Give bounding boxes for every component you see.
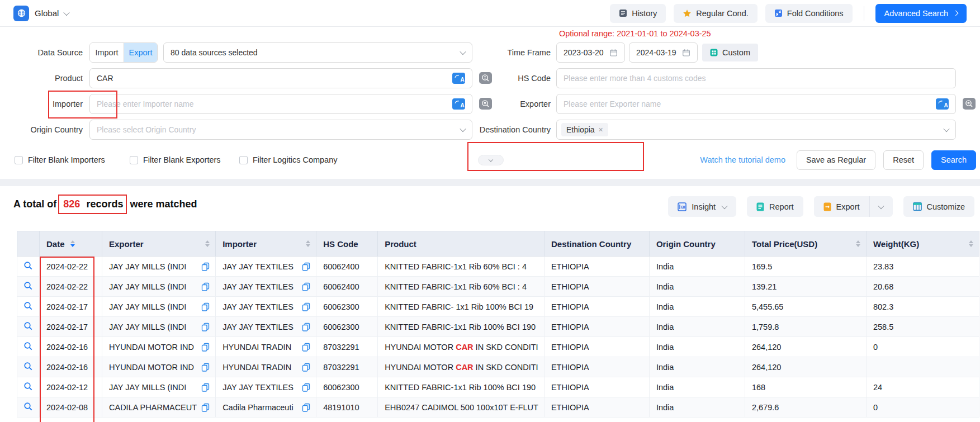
fold-conditions-button[interactable]: Fold Conditions bbox=[765, 4, 853, 23]
destination-country-select[interactable]: Ethiopia × bbox=[556, 120, 956, 140]
tutorial-link[interactable]: Watch the tutorial demo bbox=[700, 155, 785, 164]
origin-country-select[interactable]: Please select Origin Country bbox=[89, 120, 472, 140]
row-detail-search-icon[interactable] bbox=[23, 261, 33, 271]
copy-icon[interactable] bbox=[201, 343, 210, 352]
filter-logistics-company-checkbox[interactable]: Filter Logitics Company bbox=[239, 150, 338, 170]
customize-button[interactable]: Customize bbox=[903, 196, 975, 217]
search-button[interactable]: Search bbox=[931, 150, 976, 170]
cell-total-price: 1,759.8 bbox=[745, 317, 866, 337]
row-detail-search-icon[interactable] bbox=[23, 281, 33, 291]
column-header-total-price-usd-[interactable]: Total Price(USD) bbox=[745, 231, 866, 257]
copy-icon[interactable] bbox=[302, 282, 310, 291]
company-name: JAY JAY MILLS (INDI bbox=[109, 383, 197, 392]
sort-down-icon[interactable] bbox=[205, 244, 210, 247]
copy-icon[interactable] bbox=[201, 383, 210, 392]
cell-weight: 0 bbox=[866, 337, 979, 357]
sort-up-icon[interactable] bbox=[969, 240, 973, 243]
custom-icon bbox=[710, 49, 718, 56]
sort-up-icon[interactable] bbox=[856, 240, 860, 243]
column-header-date[interactable]: Date bbox=[40, 231, 102, 257]
row-detail-search-icon[interactable] bbox=[23, 382, 33, 391]
sort-icons[interactable] bbox=[205, 240, 210, 247]
copy-icon[interactable] bbox=[302, 262, 310, 271]
sort-icons[interactable] bbox=[856, 240, 860, 247]
copy-icon[interactable] bbox=[201, 282, 210, 291]
cell-importer: Cadila Pharmaceuti bbox=[216, 397, 316, 418]
exact-match-icon[interactable] bbox=[963, 97, 976, 110]
column-header-importer[interactable]: Importer bbox=[216, 231, 316, 257]
importer-input-wrap: A bbox=[89, 94, 472, 114]
cell-weight: 24 bbox=[866, 377, 979, 397]
reset-button[interactable]: Reset bbox=[883, 150, 924, 170]
custom-range-button[interactable]: Custom bbox=[702, 44, 758, 61]
export-tab[interactable]: Export bbox=[124, 43, 157, 62]
report-icon bbox=[756, 202, 764, 211]
row-detail-search-icon[interactable] bbox=[23, 402, 33, 411]
import-tab[interactable]: Import bbox=[90, 43, 124, 62]
row-detail-search-icon[interactable] bbox=[23, 301, 33, 311]
export-button[interactable]: Export bbox=[814, 196, 869, 217]
copy-icon[interactable] bbox=[302, 363, 310, 372]
sort-down-icon[interactable] bbox=[306, 244, 310, 247]
region-selector[interactable]: Global bbox=[13, 6, 69, 21]
row-detail-search-icon[interactable] bbox=[23, 362, 33, 371]
copy-icon[interactable] bbox=[201, 363, 210, 372]
table-row: 2024-02-22JAY JAY MILLS (INDIJAY JAY TEX… bbox=[17, 277, 979, 297]
time-frame-end-input[interactable]: 2024-03-19 bbox=[629, 42, 698, 63]
checkbox-icon[interactable] bbox=[130, 156, 138, 164]
column-header-exporter[interactable]: Exporter bbox=[102, 231, 216, 257]
checkbox-icon[interactable] bbox=[15, 156, 23, 164]
company-name: Cadila Pharmaceuti bbox=[222, 403, 297, 412]
product-input[interactable] bbox=[97, 74, 452, 83]
regular-cond-button[interactable]: Regular Cond. bbox=[674, 4, 758, 23]
importer-input[interactable] bbox=[97, 99, 452, 108]
time-frame-start-input[interactable]: 2023-03-20 bbox=[556, 42, 625, 63]
cell-weight: 802.3 bbox=[866, 297, 979, 317]
copy-icon[interactable] bbox=[302, 383, 310, 392]
tag-remove-icon[interactable]: × bbox=[599, 126, 603, 134]
insight-button[interactable]: BI Insight bbox=[668, 196, 736, 217]
export-menu-toggle[interactable] bbox=[869, 196, 893, 217]
column-header-destination-country[interactable]: Destination Country bbox=[544, 231, 649, 257]
sort-icons[interactable] bbox=[969, 240, 973, 247]
cell-destination-country: ETHIOPIA bbox=[544, 277, 649, 297]
exporter-input[interactable] bbox=[564, 99, 936, 108]
report-button[interactable]: Report bbox=[747, 196, 803, 217]
copy-icon[interactable] bbox=[201, 403, 210, 412]
filter-blank-exporters-checkbox[interactable]: Filter Blank Exporters bbox=[130, 150, 221, 170]
checkbox-icon[interactable] bbox=[239, 156, 248, 164]
sort-icons[interactable] bbox=[306, 240, 310, 247]
sort-up-icon[interactable] bbox=[70, 240, 75, 243]
row-detail-search-icon[interactable] bbox=[23, 342, 33, 351]
row-detail-search-icon[interactable] bbox=[23, 321, 33, 331]
column-header-weight-kg-[interactable]: Weight(KG) bbox=[866, 231, 979, 257]
sort-down-icon[interactable] bbox=[70, 244, 75, 247]
cell-date: 2024-02-22 bbox=[40, 257, 102, 277]
save-as-regular-button[interactable]: Save as Regular bbox=[797, 150, 875, 170]
cell-detail bbox=[17, 357, 40, 377]
column-header-origin-country[interactable]: Origin Country bbox=[649, 231, 745, 257]
copy-icon[interactable] bbox=[302, 323, 310, 331]
sort-up-icon[interactable] bbox=[306, 240, 310, 243]
copy-icon[interactable] bbox=[201, 323, 210, 331]
cell-hs-code: 87032291 bbox=[316, 357, 378, 377]
collapse-panel-toggle[interactable] bbox=[478, 155, 504, 165]
data-sources-select[interactable]: 80 data sources selected bbox=[163, 42, 472, 63]
advanced-search-button[interactable]: Advanced Search bbox=[875, 4, 967, 23]
column-header-hs-code[interactable]: HS Code bbox=[316, 231, 378, 257]
copy-icon[interactable] bbox=[302, 302, 310, 311]
sort-icons[interactable] bbox=[70, 240, 75, 247]
sort-down-icon[interactable] bbox=[856, 244, 860, 247]
copy-icon[interactable] bbox=[302, 403, 310, 412]
copy-icon[interactable] bbox=[201, 262, 210, 271]
filter-blank-importers-checkbox[interactable]: Filter Blank Importers bbox=[15, 150, 105, 170]
sort-down-icon[interactable] bbox=[969, 244, 973, 247]
translate-icon[interactable]: A bbox=[936, 98, 949, 110]
sort-up-icon[interactable] bbox=[205, 240, 210, 243]
hs-code-input[interactable] bbox=[564, 74, 949, 83]
copy-icon[interactable] bbox=[201, 302, 210, 311]
copy-icon[interactable] bbox=[302, 343, 310, 352]
history-button[interactable]: History bbox=[610, 4, 666, 23]
column-header-product[interactable]: Product bbox=[378, 231, 545, 257]
cell-importer: HYUNDAI TRADIN bbox=[216, 337, 316, 357]
